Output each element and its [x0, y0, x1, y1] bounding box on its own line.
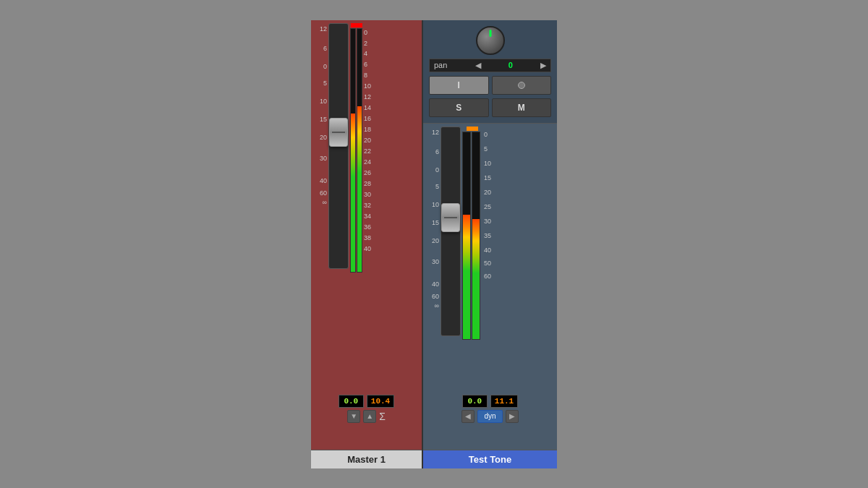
testtone-scale-right: 0 5 10 15 20 25 30 35 40 50 60	[484, 127, 500, 280]
testtone-btn-solo[interactable]: S	[429, 98, 489, 117]
master-fader-section: 12 6 0 5 10 15 20 30 40 60 ∞	[311, 20, 422, 392]
master-sigma: Σ	[379, 411, 386, 422]
testtone-meter-right	[472, 132, 480, 340]
pan-value: 0	[509, 61, 513, 69]
master-scale-left: 12 6 0 5 10 15 20 30 40 60 ∞	[312, 23, 327, 206]
master-label: Master 1	[311, 450, 422, 468]
master-vu-meter	[350, 28, 362, 273]
testtone-meter-right-fill	[472, 219, 480, 339]
master-meter-left	[350, 28, 356, 273]
testtone-pan-row: pan ◀ 0 ▶	[429, 59, 551, 72]
pan-arrow-right[interactable]: ▶	[540, 61, 546, 70]
testtone-bottom: 0.0 11.1 ◀ dyn ▶	[423, 392, 557, 450]
testtone-fader-section: 12 6 0 5 10 15 20 30 40 60 ∞	[423, 124, 557, 392]
master-scale-right: 0 2 4 6 8 10 12 14 16 18 20 22 24 26 28 …	[364, 23, 377, 252]
testtone-arrow-left[interactable]: ◀	[461, 410, 475, 423]
master-fader-handle[interactable]	[329, 118, 348, 147]
master-clip-indicator	[351, 23, 362, 27]
master-value1: 0.0	[339, 395, 364, 408]
testtone-controls: ◀ dyn ▶	[461, 410, 518, 423]
testtone-fader-track	[441, 127, 461, 336]
mixer-container: 12 6 0 5 10 15 20 30 40 60 ∞	[311, 20, 557, 468]
testtone-dot-icon	[518, 82, 525, 89]
testtone-vu-meter	[462, 132, 482, 340]
testtone-btn-i[interactable]: I	[429, 76, 489, 95]
testtone-channel: pan ◀ 0 ▶ I S M 12 6 0 5	[423, 20, 557, 468]
master-fader-track	[328, 23, 349, 269]
testtone-scale-left: 12 6 0 5 10 15 20 30 40 60 ∞	[425, 127, 439, 309]
master-meter-right-fill	[357, 106, 362, 271]
master-channel: 12 6 0 5 10 15 20 30 40 60 ∞	[311, 20, 423, 468]
testtone-arrow-right[interactable]: ▶	[506, 410, 519, 423]
testtone-top: pan ◀ 0 ▶ I S M	[423, 20, 557, 124]
testtone-btn-row1: I	[429, 76, 551, 95]
testtone-label: Test Tone	[423, 450, 557, 468]
testtone-meter-left-fill	[463, 215, 470, 339]
master-value-display: 0.0 10.4	[314, 395, 419, 408]
testtone-value2: 11.1	[490, 395, 518, 408]
master-arrow-up[interactable]: ▲	[363, 410, 376, 423]
pan-label: pan	[434, 61, 447, 69]
master-meter-left-fill	[351, 114, 355, 271]
master-meter-right	[357, 28, 362, 273]
testtone-meter-left	[462, 132, 471, 340]
testtone-clip-indicator	[467, 127, 478, 131]
master-value2: 10.4	[367, 395, 394, 408]
testtone-fader-handle[interactable]	[441, 203, 460, 232]
testtone-value-display: 0.0 11.1	[426, 395, 554, 408]
pan-arrow-left[interactable]: ◀	[475, 61, 481, 70]
testtone-value1: 0.0	[462, 395, 488, 408]
testtone-dyn-button[interactable]: dyn	[477, 410, 502, 423]
testtone-btn-row2: S M	[429, 98, 551, 117]
master-arrow-down[interactable]: ▼	[347, 410, 360, 423]
testtone-pan-knob[interactable]	[476, 26, 505, 55]
master-bottom: 0.0 10.4 ▼ ▲ Σ	[311, 392, 422, 450]
testtone-btn-dot[interactable]	[492, 76, 552, 95]
master-controls: ▼ ▲ Σ	[347, 410, 386, 423]
testtone-btn-mute[interactable]: M	[492, 98, 552, 117]
